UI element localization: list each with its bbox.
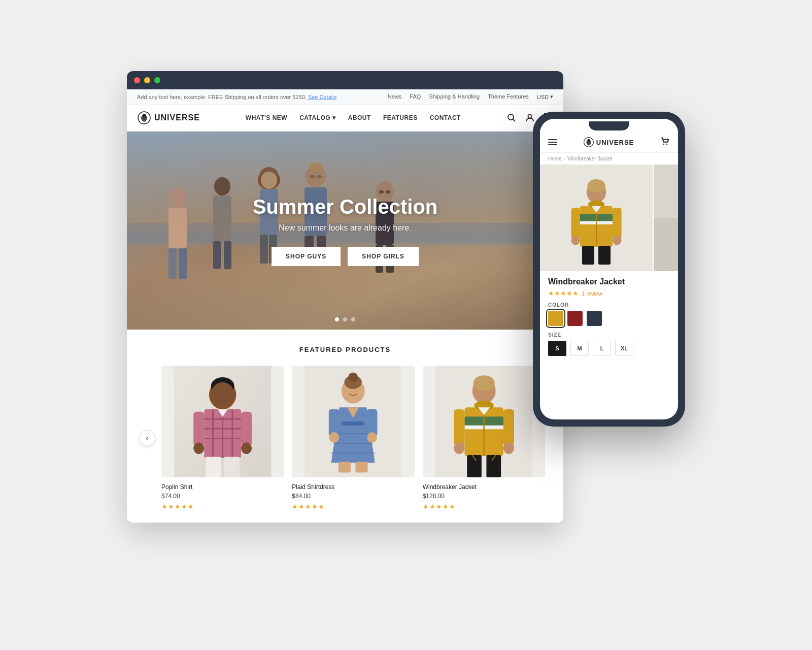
account-button[interactable] [525,113,535,123]
svg-rect-74 [356,462,368,472]
promo-link[interactable]: See Details [308,94,336,100]
size-xl-button[interactable]: XL [615,341,633,356]
menu-line-2 [548,142,557,143]
phone-breadcrumb: Home › Windbreaker Jacket [540,153,678,165]
hero-dot-3[interactable] [351,317,355,321]
banner-faq[interactable]: FAQ [410,93,421,100]
phone-header: UNIVERSE [540,133,678,153]
svg-point-60 [348,372,358,382]
product-name-1: Poplin Shirt [161,483,284,491]
currency-selector[interactable]: USD ▾ [537,93,553,100]
hamburger-menu-button[interactable] [548,139,557,145]
menu-line-3 [548,144,557,145]
svg-rect-52 [241,412,252,446]
svg-point-72 [367,432,377,443]
svg-point-2 [508,114,514,120]
product-price-1: $74.00 [161,493,284,500]
size-m-button[interactable]: M [570,341,589,356]
product-name-2: Plaid Shirtdress [292,483,414,491]
size-s-button[interactable]: S [548,341,566,356]
hero-buttons: SHOP GUYS SHOP GIRLS [253,247,438,266]
featured-title: FEATURED PRODUCTS [139,346,551,353]
product-card-3[interactable]: Windbreaker Jacket $128.00 ★★★★★ [423,366,545,510]
svg-point-42 [211,382,234,408]
nav-contact[interactable]: CONTACT [430,114,461,121]
browser-content: Add any text here, example: FREE Shippin… [127,89,563,523]
carousel-prev-button[interactable]: ‹ [139,430,155,446]
color-swatch-dark[interactable] [587,311,602,326]
hero-dot-1[interactable] [335,317,339,321]
size-label: SIZE [548,332,670,338]
size-l-button[interactable]: L [593,341,611,356]
product-stars-2: ★★★★★ [292,503,414,510]
phone-screen: UNIVERSE Home › Windbreaker Jacket [540,119,678,419]
breadcrumb-home[interactable]: Home [548,156,562,161]
browser-minimize-dot[interactable] [144,77,150,83]
phone-product-images [540,165,678,271]
browser-maximize-dot[interactable] [154,77,160,83]
logo-text: UNIVERSE [154,113,200,122]
svg-point-95 [666,144,667,145]
products-row: ‹ [139,366,551,510]
product-image-1 [161,366,284,477]
phone-review-count[interactable]: 1 review [582,290,602,297]
svg-rect-73 [339,462,351,472]
phone-stars-row: ★★★★★ 1 review [548,289,670,297]
banner-links: News FAQ Shipping & Handling Theme Featu… [388,93,553,100]
color-swatches [548,311,670,326]
mobile-phone: UNIVERSE Home › Windbreaker Jacket [533,112,685,427]
banner-shipping[interactable]: Shipping & Handling [429,93,480,100]
phone-thumbnail-1[interactable] [653,165,678,218]
nav-about[interactable]: ABOUT [348,114,371,121]
svg-point-71 [329,432,339,443]
product-price-2: $84.00 [292,493,414,500]
svg-point-85 [454,442,464,454]
breadcrumb-separator: › [564,156,565,161]
phone-color-section: COLOR [548,302,670,326]
nav-catalog[interactable]: CATALOG ▾ [299,114,336,121]
svg-point-53 [193,442,204,454]
svg-rect-67 [343,421,364,426]
svg-point-54 [241,442,252,454]
svg-point-4 [528,115,532,118]
phone-logo[interactable]: UNIVERSE [583,137,634,148]
product-figure-dress [292,366,414,477]
color-swatch-red[interactable] [567,311,583,326]
svg-point-77 [473,375,494,391]
shop-girls-button[interactable]: SHOP GIRLS [348,247,419,266]
svg-rect-109 [598,246,611,265]
phone-logo-text: UNIVERSE [596,139,634,146]
svg-rect-69 [329,409,340,436]
phone-notch [540,119,678,133]
color-swatch-gold[interactable] [548,311,563,326]
nav-features[interactable]: FEATURES [383,114,418,121]
product-card-2[interactable]: Plaid Shirtdress $84.00 ★★★★★ [292,366,414,510]
svg-point-94 [663,144,664,145]
banner-news[interactable]: News [388,93,402,100]
phone-cart-button[interactable] [660,136,670,148]
hero-title: Summer Collection [253,196,438,218]
svg-rect-105 [613,208,622,238]
product-card-1[interactable]: Poplin Shirt $74.00 ★★★★★ [161,366,284,510]
hero-subtitle: New summer looks are already here. [253,223,438,233]
browser-close-dot[interactable] [134,77,140,83]
hero-section: Summer Collection New summer looks are a… [127,132,563,330]
phone-size-section: SIZE S M L XL [548,332,670,356]
svg-point-1 [143,114,146,117]
nav-links: WHAT'S NEW CATALOG ▾ ABOUT FEATURES CONT… [246,114,461,121]
nav-whats-new[interactable]: WHAT'S NEW [246,114,287,121]
phone-main-image [540,165,653,271]
shop-guys-button[interactable]: SHOP GUYS [272,247,341,266]
product-image-3 [423,366,545,477]
phone-product-info: Windbreaker Jacket ★★★★★ 1 review COLOR … [540,271,678,419]
banner-theme[interactable]: Theme Features [488,93,529,100]
product-figure-jacket [423,366,545,477]
svg-rect-83 [454,409,464,446]
search-button[interactable] [506,113,517,123]
logo[interactable]: UNIVERSE [137,111,200,125]
phone-thumbnail-2[interactable] [653,218,678,271]
hero-dot-2[interactable] [343,317,347,321]
hero-content: Summer Collection New summer looks are a… [253,196,438,266]
product-name-3: Windbreaker Jacket [423,483,545,491]
svg-rect-84 [503,409,514,446]
